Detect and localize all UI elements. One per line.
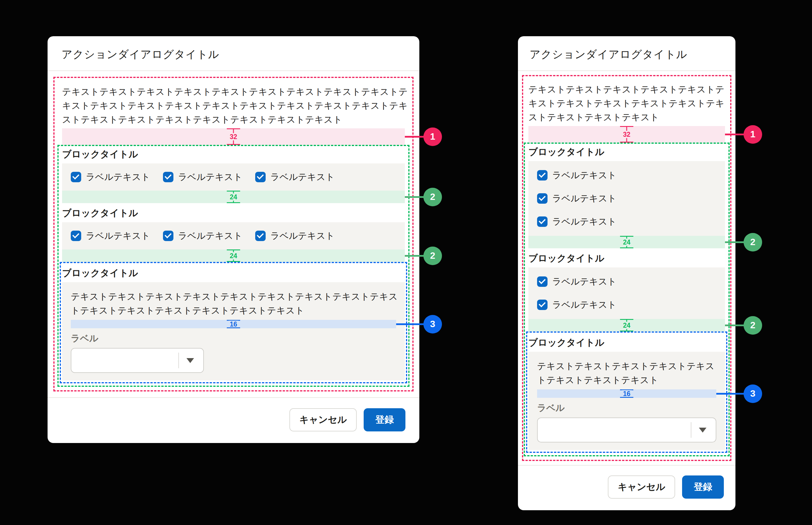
select-divider [178,352,179,368]
dialog-title: アクションダイアログタイトル [530,47,724,62]
dialog-header: アクションダイアログタイトル [47,36,419,71]
checkbox-checked-icon[interactable] [163,231,173,241]
chevron-down-icon [187,358,194,363]
spacing-band-32: 32 1 [528,126,725,142]
annotation-connector [405,136,425,138]
checkbox-checked-icon[interactable] [537,193,548,204]
checkbox-option[interactable]: ラベルテキスト [255,171,335,183]
block3-annotation-outline: ブロックタイトル テキストテキストテキストテキストテキストテキストテキストテキス… [60,262,407,383]
block-title: ブロックタイトル [528,335,725,349]
blocks-annotation-outline: ブロックタイトル ラベルテキスト ラベルテキスト ラベルテキスト [57,145,409,387]
cancel-button[interactable]: キャンセル [289,408,357,431]
content-annotation-outline: テキストテキストテキストテキストテキストテ キストテキストテキストテキストテキス… [522,75,731,461]
checkbox-group: ラベルテキスト ラベルテキスト [528,267,725,319]
block3-text-line: テキストテキストテキストテキストテキストテキストテキストテキストテキス [71,290,396,304]
checkbox-option[interactable]: ラベルテキスト [537,169,716,181]
intro-text-line: ストテキストテキストテキスト [528,110,725,124]
measure-value: 24 [622,238,632,246]
intro-text-line: テキストテキストテキストテキストテキストテ [528,82,725,96]
action-dialog-desktop: アクションダイアログタイトル テキストテキストテキストテキストテキストテキストテ… [47,36,419,443]
content-annotation-outline: テキストテキストテキストテキストテキストテキストテキストテキストテキストテ キス… [53,77,414,391]
annotation-badge-1: 1 [743,125,762,144]
annotation-connector [725,325,745,326]
block3-text-line: トテキストテキストテキスト [537,373,716,387]
spacing-band-24: 24 2 [62,250,405,262]
checkbox-checked-icon[interactable] [537,300,548,310]
annotation-connector [725,134,745,135]
block3-text-line: トテキストテキストテキストテキストテキストテキスト [71,304,396,317]
checkbox-checked-icon[interactable] [255,172,266,182]
checkbox-group: ラベルテキスト ラベルテキスト ラベルテキスト [62,163,405,191]
measure-value: 32 [229,133,238,140]
intro-text-line: キストテキストテキストテキストテキストテキストテキストテキストテキストテキ [62,99,405,113]
select-field-label: ラベル [537,402,716,414]
checkbox-label: ラベルテキスト [552,215,617,228]
submit-button[interactable]: 登録 [682,476,724,499]
intro-text-line: キストテキストテキストテキストテキストテキ [528,96,725,110]
block3-text-line: テキストテキストテキストテキストテキス [537,359,716,373]
dialog-body: テキストテキストテキストテキストテキストテ キストテキストテキストテキストテキス… [518,71,736,465]
annotation-badge-2: 2 [423,188,442,206]
measure-value: 24 [229,193,238,200]
block-title: ブロックタイトル [62,266,405,280]
checkbox-option[interactable]: ラベルテキスト [537,275,716,288]
chevron-down-icon [699,427,707,433]
spacing-band-16: 16 3 [71,320,396,328]
spacing-band-24: 24 2 [62,191,405,203]
measure-value: 32 [622,131,632,138]
select-dropdown[interactable] [71,348,204,373]
spacing-band-24: 24 2 [528,236,725,248]
dialog-title: アクションダイアログタイトル [61,47,405,62]
checkbox-checked-icon[interactable] [537,170,548,180]
checkbox-checked-icon[interactable] [71,172,81,182]
checkbox-label: ラベルテキスト [270,230,335,242]
annotation-connector [396,323,425,325]
measure-cap [620,331,633,331]
block3-content: テキストテキストテキストテキストテキストテキストテキストテキストテキス トテキス… [62,282,405,380]
blocks-annotation-outline: ブロックタイトル ラベルテキスト ラベルテキスト ラベルテキスト [524,142,730,456]
spacing-band-16: 16 3 [537,389,716,398]
block3-annotation-outline: ブロックタイトル テキストテキストテキストテキストテキス トテキストテキストテキ… [526,331,727,453]
measure-cap [620,142,633,142]
block-title: ブロックタイトル [62,206,405,220]
checkbox-checked-icon[interactable] [163,172,173,182]
checkbox-label: ラベルテキスト [178,171,243,183]
spacing-band-32: 32 1 [62,129,405,145]
block-title: ブロックタイトル [528,145,725,159]
submit-button[interactable]: 登録 [364,408,405,431]
annotation-badge-3: 3 [423,315,442,333]
annotation-badge-2: 2 [743,233,762,252]
checkbox-checked-icon[interactable] [255,231,266,241]
annotation-connector [405,255,425,257]
annotation-badge-1: 1 [423,127,442,146]
checkbox-option[interactable]: ラベルテキスト [71,230,150,242]
annotation-connector [716,393,745,395]
checkbox-option[interactable]: ラベルテキスト [537,192,716,205]
checkbox-option[interactable]: ラベルテキスト [537,215,716,228]
checkbox-option[interactable]: ラベルテキスト [163,171,243,183]
intro-text-line: ストテキストテキストテキストテキストテキストテキストテキスト [62,113,405,126]
checkbox-label: ラベルテキスト [86,171,150,183]
checkbox-checked-icon[interactable] [71,231,81,241]
select-divider [691,422,691,438]
checkbox-checked-icon[interactable] [537,216,548,227]
block-title: ブロックタイトル [62,147,405,161]
checkbox-label: ラベルテキスト [552,299,617,311]
intro-text-line: テキストテキストテキストテキストテキストテキストテキストテキストテキストテ [62,85,405,99]
select-dropdown[interactable] [537,418,716,442]
dialog-body: テキストテキストテキストテキストテキストテキストテキストテキストテキストテ キス… [47,71,419,397]
measure-cap [227,202,240,203]
checkbox-option[interactable]: ラベルテキスト [163,230,243,242]
action-dialog-mobile: アクションダイアログタイトル テキストテキストテキストテキストテキストテ キスト… [518,36,736,510]
checkbox-option[interactable]: ラベルテキスト [71,171,150,183]
measure-cap [620,247,633,248]
measure-cap [620,397,633,398]
dialog-footer: キャンセル 登録 [47,397,419,443]
dialog-footer: キャンセル 登録 [518,465,736,510]
checkbox-option[interactable]: ラベルテキスト [255,230,335,242]
checkbox-option[interactable]: ラベルテキスト [537,299,716,311]
spacing-band-24: 24 2 [528,319,725,331]
checkbox-checked-icon[interactable] [537,276,548,287]
cancel-button[interactable]: キャンセル [608,476,675,499]
checkbox-label: ラベルテキスト [86,230,150,242]
